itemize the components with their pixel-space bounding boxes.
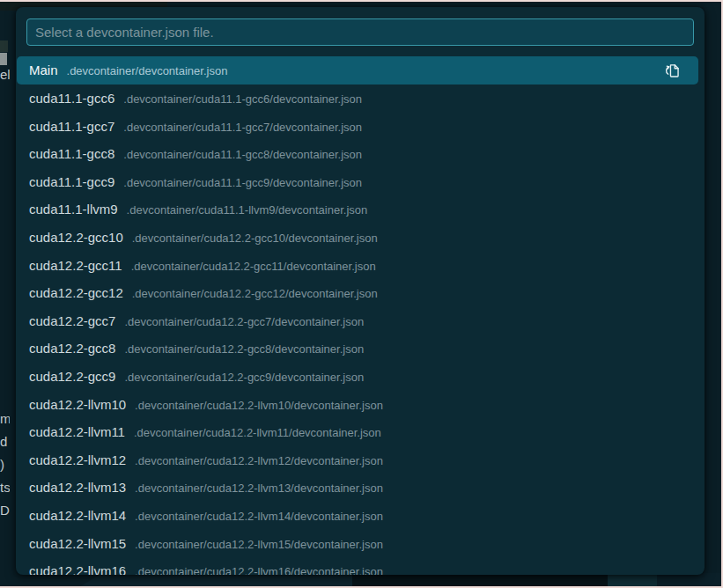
quickpick-item-description: .devcontainer/cuda11.1-gcc9/devcontainer… bbox=[123, 169, 362, 196]
quickpick-item[interactable]: cuda11.1-llvm9 .devcontainer/cuda11.1-ll… bbox=[17, 195, 698, 224]
quickpick-item-description: .devcontainer/devcontainer.json bbox=[67, 57, 228, 85]
quickpick-item-description: .devcontainer/cuda11.1-gcc7/devcontainer… bbox=[123, 114, 362, 141]
quickpick-item-description: .devcontainer/cuda12.2-llvm13/devcontain… bbox=[135, 474, 383, 502]
quickpick-item[interactable]: cuda12.2-gcc8 .devcontainer/cuda12.2-gcc… bbox=[17, 334, 698, 363]
quickpick-item[interactable]: cuda12.2-llvm14 .devcontainer/cuda12.2-l… bbox=[17, 502, 698, 530]
background-editor-text-fragment: ) bbox=[0, 457, 10, 473]
go-to-file-icon[interactable] bbox=[661, 60, 682, 81]
quickpick-item-label: cuda12.2-llvm13 bbox=[29, 474, 126, 502]
vscode-window: el m d ) ts D Main .devcontainer/devcont… bbox=[0, 0, 723, 588]
quickpick-item-label: cuda11.1-gcc9 bbox=[29, 168, 114, 196]
quickpick-item-description: .devcontainer/cuda12.2-gcc9/devcontainer… bbox=[124, 364, 364, 391]
quickpick-item[interactable]: cuda12.2-llvm16 .devcontainer/cuda12.2-l… bbox=[17, 557, 698, 575]
quickpick-list: Main .devcontainer/devcontainer.json cud… bbox=[16, 55, 705, 575]
quickpick-item[interactable]: Main .devcontainer/devcontainer.json bbox=[17, 56, 698, 85]
background-shape bbox=[608, 573, 657, 588]
background-editor-fragment-block bbox=[0, 40, 8, 52]
quickpick-item-description: .devcontainer/cuda11.1-llvm9/devcontaine… bbox=[127, 196, 368, 224]
quickpick-item-description: .devcontainer/cuda12.2-gcc8/devcontainer… bbox=[124, 335, 364, 363]
quickpick-item[interactable]: cuda12.2-llvm11 .devcontainer/cuda12.2-l… bbox=[17, 418, 698, 446]
quickpick-item-label: cuda12.2-llvm11 bbox=[29, 418, 125, 446]
quickpick-item-description: .devcontainer/cuda12.2-llvm12/devcontain… bbox=[135, 447, 383, 474]
quickpick-item[interactable]: cuda12.2-gcc10 .devcontainer/cuda12.2-gc… bbox=[17, 224, 698, 252]
quickpick-item-description: .devcontainer/cuda12.2-gcc10/devcontaine… bbox=[132, 224, 378, 252]
background-editor-text-fragment: m bbox=[0, 411, 10, 427]
quickpick-item[interactable]: cuda11.1-gcc9 .devcontainer/cuda11.1-gcc… bbox=[17, 168, 698, 196]
quickpick-item[interactable]: cuda12.2-gcc12 .devcontainer/cuda12.2-gc… bbox=[17, 279, 698, 307]
quickpick-item-label: cuda12.2-gcc12 bbox=[29, 279, 123, 307]
quickpick-item-label: cuda12.2-gcc9 bbox=[29, 363, 115, 391]
quickpick-item-label: cuda12.2-gcc7 bbox=[29, 307, 115, 335]
quickpick-item-description: .devcontainer/cuda12.2-llvm16/devcontain… bbox=[135, 558, 383, 575]
quickpick-item[interactable]: cuda12.2-gcc7 .devcontainer/cuda12.2-gcc… bbox=[17, 307, 698, 335]
quickpick-item-label: cuda12.2-llvm10 bbox=[29, 391, 126, 419]
background-editor-text-fragment: ts bbox=[0, 480, 10, 496]
quickpick-item-label: Main bbox=[29, 56, 58, 85]
quickpick-item-description: .devcontainer/cuda12.2-llvm11/devcontain… bbox=[134, 419, 381, 446]
quickpick-item-label: cuda12.2-gcc8 bbox=[29, 334, 115, 363]
quickpick-item[interactable]: cuda11.1-gcc8 .devcontainer/cuda11.1-gcc… bbox=[17, 140, 698, 168]
quickpick-item-label: cuda12.2-gcc11 bbox=[29, 252, 122, 280]
background-shape bbox=[77, 573, 352, 588]
quickpick-item-description: .devcontainer/cuda11.1-gcc8/devcontainer… bbox=[123, 141, 362, 168]
background-shape bbox=[657, 573, 721, 588]
quickpick-item[interactable]: cuda12.2-llvm15 .devcontainer/cuda12.2-l… bbox=[17, 530, 698, 558]
quickpick-item-label: cuda12.2-gcc10 bbox=[29, 224, 123, 252]
quickpick-item-label: cuda11.1-gcc8 bbox=[29, 140, 114, 168]
quickpick-item[interactable]: cuda12.2-llvm13 .devcontainer/cuda12.2-l… bbox=[17, 474, 698, 502]
quickpick-item-label: cuda11.1-llvm9 bbox=[29, 195, 118, 224]
quickpick-item-description: .devcontainer/cuda12.2-gcc7/devcontainer… bbox=[124, 308, 364, 335]
quickpick-input-row bbox=[16, 7, 705, 55]
quickpick-item-label: cuda12.2-llvm16 bbox=[29, 557, 126, 575]
quickpick-filter-input[interactable] bbox=[26, 18, 694, 46]
quickpick-item[interactable]: cuda11.1-gcc6 .devcontainer/cuda11.1-gcc… bbox=[17, 85, 698, 113]
background-editor-text-fragment: D bbox=[0, 503, 10, 518]
quickpick-item-label: cuda12.2-llvm15 bbox=[29, 530, 126, 558]
quickpick-item-description: .devcontainer/cuda12.2-llvm15/devcontain… bbox=[135, 531, 383, 558]
quickpick-overlay: Main .devcontainer/devcontainer.json cud… bbox=[16, 7, 705, 575]
quickpick-item[interactable]: cuda11.1-gcc7 .devcontainer/cuda11.1-gcc… bbox=[17, 113, 698, 141]
background-editor-fragment-block bbox=[0, 53, 7, 65]
quickpick-item[interactable]: cuda12.2-gcc9 .devcontainer/cuda12.2-gcc… bbox=[17, 363, 698, 391]
quickpick-item-description: .devcontainer/cuda12.2-gcc11/devcontaine… bbox=[131, 253, 376, 280]
quickpick-item-label: cuda12.2-llvm14 bbox=[29, 502, 126, 530]
quickpick-item[interactable]: cuda12.2-llvm12 .devcontainer/cuda12.2-l… bbox=[17, 446, 698, 474]
quickpick-item-label: cuda11.1-gcc7 bbox=[29, 113, 114, 141]
quickpick-item[interactable]: cuda12.2-gcc11 .devcontainer/cuda12.2-gc… bbox=[17, 252, 698, 280]
quickpick-item-description: .devcontainer/cuda12.2-llvm14/devcontain… bbox=[135, 503, 383, 530]
background-editor-text-fragment: d bbox=[0, 434, 10, 450]
quickpick-item-description: .devcontainer/cuda12.2-llvm10/devcontain… bbox=[135, 392, 383, 419]
quickpick-item-description: .devcontainer/cuda12.2-gcc12/devcontaine… bbox=[132, 280, 378, 307]
quickpick-item-label: cuda11.1-gcc6 bbox=[29, 85, 114, 113]
quickpick-item-label: cuda12.2-llvm12 bbox=[29, 446, 126, 474]
quickpick-item[interactable]: cuda12.2-llvm10 .devcontainer/cuda12.2-l… bbox=[17, 391, 698, 419]
quickpick-item-description: .devcontainer/cuda11.1-gcc6/devcontainer… bbox=[123, 85, 362, 113]
background-editor-text-fragment: el bbox=[0, 67, 10, 83]
